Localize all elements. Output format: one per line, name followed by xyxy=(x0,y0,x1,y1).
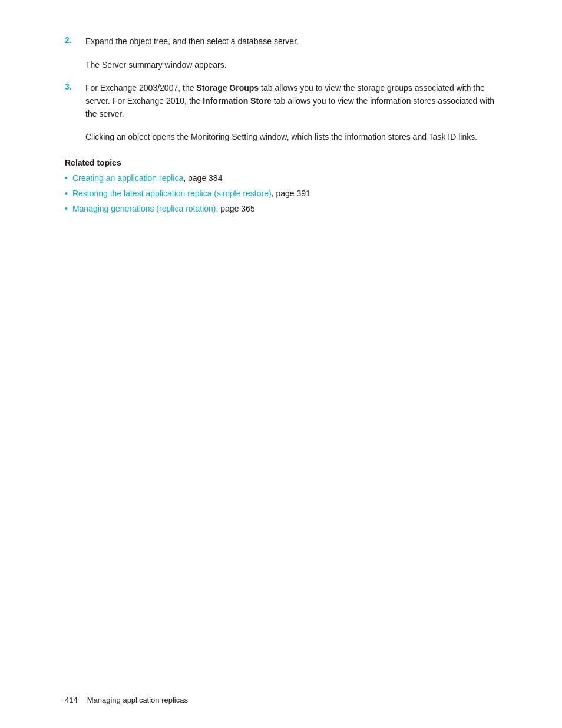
footer: 414 Managing application replicas xyxy=(65,696,497,704)
related-item-1: Creating an application replica, page 38… xyxy=(72,172,223,185)
related-suffix-1: , page 384 xyxy=(183,173,222,183)
related-topics-title: Related topics xyxy=(65,158,497,167)
related-suffix-2: , page 391 xyxy=(272,189,310,198)
footer-text: Managing application replicas xyxy=(87,696,188,704)
footer-page-number: 414 xyxy=(65,696,78,704)
step-3-sub: Clicking an object opens the Monitoring … xyxy=(85,131,497,144)
related-link-2[interactable]: Restoring the latest application replica… xyxy=(72,189,272,198)
list-item: • Restoring the latest application repli… xyxy=(65,187,497,200)
step-3-number: 3. xyxy=(65,82,85,91)
list-item: • Creating an application replica, page … xyxy=(65,172,497,185)
step-3-before: For Exchange 2003/2007, the xyxy=(85,83,196,93)
step-3-container: 3. For Exchange 2003/2007, the Storage G… xyxy=(65,82,497,120)
step-3-content: For Exchange 2003/2007, the Storage Grou… xyxy=(85,82,497,120)
step-3-text: For Exchange 2003/2007, the Storage Grou… xyxy=(85,82,497,120)
page: 2. Expand the object tree, and then sele… xyxy=(0,0,562,728)
step-2-number: 2. xyxy=(65,35,85,45)
step-2-sub-text: The Server summary window appears. xyxy=(85,59,497,72)
step-3-bold2: Information Store xyxy=(203,96,272,106)
related-topics-section: Related topics • Creating an application… xyxy=(65,158,497,215)
bullet-icon: • xyxy=(65,203,68,216)
step-2-container: 2. Expand the object tree, and then sele… xyxy=(65,35,497,48)
step-2-content: Expand the object tree, and then select … xyxy=(85,35,497,48)
related-link-1[interactable]: Creating an application replica xyxy=(72,173,183,183)
bullet-icon: • xyxy=(65,187,68,200)
bullet-icon: • xyxy=(65,172,68,185)
related-suffix-3: , page 365 xyxy=(216,204,255,213)
related-item-3: Managing generations (replica rotation),… xyxy=(72,203,255,216)
list-item: • Managing generations (replica rotation… xyxy=(65,203,497,216)
step-2-text: Expand the object tree, and then select … xyxy=(85,35,497,48)
related-topics-list: • Creating an application replica, page … xyxy=(65,172,497,215)
step-3-bold1: Storage Groups xyxy=(196,83,259,93)
step-3-sub-text: Clicking an object opens the Monitoring … xyxy=(85,131,497,144)
step-2-sub: The Server summary window appears. xyxy=(85,59,497,72)
related-item-2: Restoring the latest application replica… xyxy=(72,187,310,200)
related-link-3[interactable]: Managing generations (replica rotation) xyxy=(72,204,216,213)
